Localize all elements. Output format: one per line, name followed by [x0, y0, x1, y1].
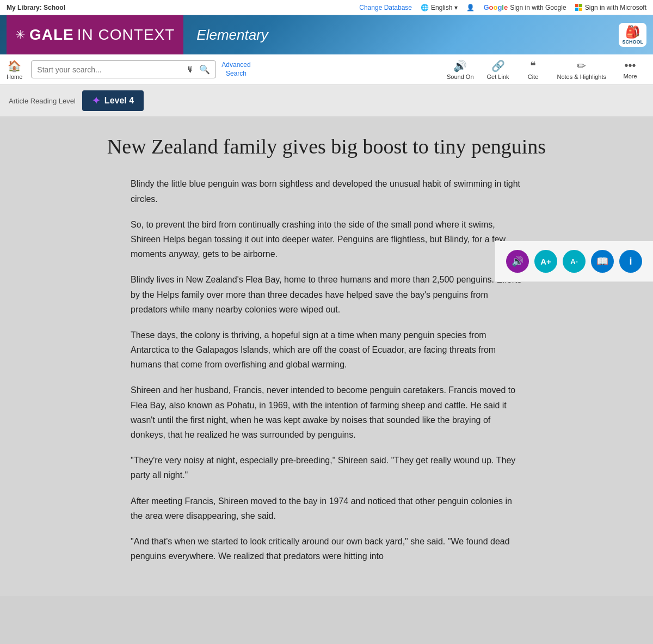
in-context-text: IN CONTEXT [77, 26, 175, 44]
school-badge: 🎒 SCHOOL [619, 23, 646, 47]
user-icon-area: 👤 [466, 4, 475, 11]
language-label: English [431, 4, 452, 11]
sound-on-label: Sound On [447, 73, 474, 80]
float-decrease-text-button[interactable]: A- [563, 250, 586, 273]
home-icon: 🏠 [8, 59, 21, 72]
article-paragraph: "And that's when we started to look crit… [131, 534, 522, 563]
sign-in-google-label: Sign in with Google [510, 4, 566, 11]
float-book-icon: 📖 [596, 255, 608, 267]
float-increase-text-label: A+ [540, 257, 551, 266]
school-badge-icon: 🎒 [625, 25, 640, 39]
more-label: More [623, 73, 637, 79]
search-input[interactable] [37, 65, 182, 74]
main-toolbar: 🏠 Home 🎙 🔍 AdvancedSearch 🔊 Sound On 🔗 G… [0, 54, 653, 85]
article-paragraph: Blindy the little blue penguin was born … [131, 176, 522, 206]
article-paragraph: "They're very noisy at night, especially… [131, 453, 522, 482]
more-dots-icon: ••• [624, 59, 636, 72]
advanced-search-button[interactable]: AdvancedSearch [221, 61, 250, 78]
float-sound-icon: 🔊 [512, 255, 523, 267]
sign-in-microsoft-label: Sign in with Microsoft [585, 4, 646, 11]
header-banner: ✳ GALE IN CONTEXT Elementary 🎒 SCHOOL [0, 15, 653, 54]
elementary-label: Elementary [196, 27, 268, 44]
float-info-button[interactable]: i [619, 250, 642, 273]
top-bar: My Library: School Change Database 🌐 Eng… [0, 0, 653, 15]
school-badge-label: SCHOOL [622, 39, 643, 45]
level-value: Level 4 [104, 96, 134, 106]
microphone-icon[interactable]: 🎙 [186, 65, 195, 75]
gale-logo-area: ✳ GALE IN CONTEXT [7, 15, 183, 54]
cite-button[interactable]: ❝ Cite [517, 57, 550, 82]
sound-on-button[interactable]: 🔊 Sound On [441, 57, 479, 82]
reading-level-label: Article Reading Level [9, 97, 76, 105]
float-increase-text-button[interactable]: A+ [534, 250, 557, 273]
reading-level-bar: Article Reading Level ✦ Level 4 [0, 85, 653, 117]
home-label: Home [7, 73, 22, 80]
get-link-label: Get Link [487, 73, 509, 80]
gale-snowflake-icon: ✳ [15, 28, 25, 42]
notes-highlights-button[interactable]: ✏ Notes & Highlights [552, 57, 612, 82]
float-info-icon: i [629, 256, 632, 267]
article-paragraph: Blindy lives in New Zealand's Flea Bay, … [131, 272, 522, 317]
cite-icon: ❝ [530, 59, 536, 72]
globe-icon: 🌐 [421, 4, 429, 11]
user-avatar-icon: 👤 [466, 4, 475, 11]
gale-branding: GALE IN CONTEXT [29, 26, 175, 44]
float-sound-button[interactable]: 🔊 [506, 250, 529, 273]
microsoft-icon [575, 4, 583, 11]
article-paragraph: After meeting Francis, Shireen moved to … [131, 494, 522, 523]
home-button[interactable]: 🏠 Home [7, 59, 22, 80]
link-icon: 🔗 [491, 59, 505, 72]
article-paragraph: These days, the colony is thriving, a ho… [131, 328, 522, 372]
search-box[interactable]: 🎙 🔍 [31, 60, 216, 78]
more-button[interactable]: ••• More [614, 57, 646, 82]
article-content: Blindy the little blue penguin was born … [120, 176, 533, 563]
notes-highlights-label: Notes & Highlights [557, 73, 607, 80]
notes-icon: ✏ [577, 59, 586, 72]
article-area: 🔊 A+ A- 📖 i New Zealand family gives big… [0, 117, 653, 596]
library-name: School [44, 4, 65, 11]
level-badge: ✦ Level 4 [82, 90, 144, 111]
my-library-label: My Library: [7, 4, 42, 11]
toolbar-right-actions: 🔊 Sound On 🔗 Get Link ❝ Cite ✏ Notes & H… [441, 57, 646, 82]
floating-toolbar: 🔊 A+ A- 📖 i [495, 241, 653, 282]
float-book-button[interactable]: 📖 [591, 250, 614, 273]
article-paragraph: So, to prevent the bird from continually… [131, 217, 522, 262]
change-database-link[interactable]: Change Database [359, 4, 412, 11]
chevron-down-icon: ▾ [454, 4, 458, 11]
top-bar-right: Change Database 🌐 English ▾ 👤 Google Sig… [359, 3, 646, 11]
level-dots-icon: ✦ [92, 95, 100, 107]
google-g-icon: Google [483, 3, 508, 11]
article-paragraph: Shireen and her husband, Francis, never … [131, 383, 522, 442]
language-selector[interactable]: 🌐 English ▾ [421, 4, 458, 11]
search-icon[interactable]: 🔍 [199, 64, 210, 75]
sign-in-google-button[interactable]: Google Sign in with Google [483, 3, 566, 11]
float-decrease-text-label: A- [570, 257, 578, 266]
gale-brand-name: GALE [29, 26, 74, 44]
article-title: New Zealand family gives big boost to ti… [33, 133, 620, 160]
sign-in-microsoft-button[interactable]: Sign in with Microsoft [575, 4, 646, 11]
sound-icon: 🔊 [453, 59, 467, 72]
advanced-search-label: AdvancedSearch [221, 61, 250, 77]
get-link-button[interactable]: 🔗 Get Link [482, 57, 515, 82]
cite-label: Cite [528, 73, 539, 80]
library-info: My Library: School [7, 4, 65, 11]
